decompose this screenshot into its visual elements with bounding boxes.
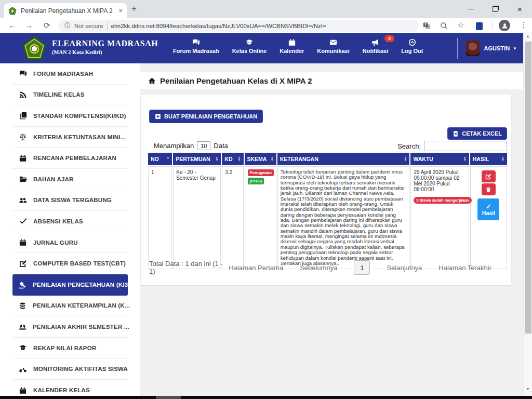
brand-subtitle: (MAN 2 Kota Kediri): [52, 49, 158, 55]
sidebar-item-absensi-kelas[interactable]: ABSENSI KELAS: [12, 211, 128, 232]
sidebar-item-label: TIMELINE KELAS: [33, 91, 85, 98]
calendar-icon: [19, 154, 27, 162]
hasil-button[interactable]: ✓ Hasil: [477, 198, 499, 220]
page-size-input[interactable]: [197, 141, 210, 150]
bottom-edge-segment: [156, 396, 181, 399]
coins-icon: [19, 302, 26, 310]
reload-button[interactable]: ⟳: [44, 21, 50, 30]
calendar-icon: [19, 238, 27, 246]
chat-icon: [19, 70, 27, 77]
sidebar-item-kriteria-ketuntasan[interactable]: KRITERIA KETUNTASAN MINI...: [12, 127, 128, 148]
prev-page-link[interactable]: Sebelumnya: [300, 264, 337, 272]
export-excel-label: CETAK EXCEL: [462, 130, 502, 137]
next-page-link[interactable]: Selanjutnya: [387, 264, 422, 272]
calendar-icon: [288, 38, 296, 46]
sidebar-item-forum-madrasah[interactable]: FORUM MADRASAH: [12, 63, 128, 85]
column-header-skema[interactable]: SKEMA▲▼: [245, 153, 276, 165]
sidebar-item-penilaian-akhir-semester[interactable]: PENILAIAN AKHIR SEMESTER ...: [12, 316, 128, 338]
sidebar-item-penilaian-pengetahuan[interactable]: PENILAIAN PENGETAHUAN (KI3): [12, 274, 128, 296]
sort-icon: ▲▼: [215, 156, 218, 162]
sidebar-item-penilaian-keterampilan[interactable]: PENILAIAN KETERAMPILAN (K...: [12, 296, 128, 317]
tab-close-icon[interactable]: ×: [118, 7, 123, 14]
bottom-edge-bar: [0, 396, 532, 399]
table-header-row: NO▲ PERTEMUAN▲▼ KD▲▼ SKEMA▲▼ KETERANGAN▲…: [148, 153, 507, 165]
close-icon: ×: [517, 5, 522, 14]
nav-komunikasi[interactable]: Komunikasi: [317, 38, 349, 54]
minimize-icon: [468, 9, 474, 9]
sidebar-item-label: KRITERIA KETUNTASAN MINI...: [33, 134, 126, 140]
sidebar-item-label: PENILAIAN KETERAMPILAN (K...: [33, 302, 130, 309]
page-number-button[interactable]: 1: [354, 260, 370, 275]
export-excel-button[interactable]: CETAK EXCEL: [447, 127, 507, 140]
create-assessment-button[interactable]: BUAT PENILAIAN PENGETAHUAN: [149, 110, 263, 123]
page-scrollbar[interactable]: ▲ ▼: [523, 32, 532, 396]
sidebar-item-label: PENILAIAN PENGETAHUAN (KI3): [33, 282, 130, 288]
motorcycle-icon: [19, 365, 27, 373]
browser-tab[interactable]: Penilaian Pengetahuan X MIPA 2 ×: [4, 3, 127, 18]
bookmark-star-icon[interactable]: ☆: [457, 20, 464, 30]
nav-forum-madrasah[interactable]: Forum Madrasah: [173, 38, 219, 54]
scroll-down-icon[interactable]: ▼: [524, 387, 532, 391]
sidebar-item-jurnal-guru[interactable]: JURNAL GURU: [12, 232, 128, 254]
address-bar[interactable]: ⓘ Not secure elm2kk.ddns.net:8094/teache…: [58, 20, 419, 32]
last-page-link[interactable]: Halaman Terakhir: [438, 264, 491, 272]
back-button[interactable]: ←: [8, 21, 16, 30]
forward-button[interactable]: →: [25, 21, 33, 30]
profile-avatar[interactable]: [499, 20, 510, 31]
page-size-suffix: Data: [214, 142, 228, 150]
sidebar-item-rencana-pembelajaran[interactable]: RENCANA PEMBELAJARAN: [12, 148, 128, 169]
sidebar-item-label: ABSENSI KELAS: [33, 218, 83, 224]
cell-waktu: 29 April 2020 Pukul 09:00:00 sampai 02 M…: [410, 166, 469, 269]
sort-icon: ▲▼: [501, 156, 504, 162]
scrollbar-thumb[interactable]: [525, 42, 531, 334]
tab-favicon: [8, 7, 17, 15]
nav-kalender[interactable]: Kalender: [280, 38, 304, 54]
first-page-link[interactable]: Halaman Pertama: [229, 264, 283, 272]
new-tab-button[interactable]: +: [131, 4, 137, 14]
column-header-hasil[interactable]: HASIL▲▼: [470, 153, 507, 165]
madrasah-logo: [22, 36, 47, 61]
sidebar-item-cbt[interactable]: COMPUTER BASED TEST(CBT): [12, 253, 128, 274]
column-header-kd[interactable]: KD▲▼: [222, 153, 243, 165]
page-info-icon[interactable]: ⓘ: [64, 21, 71, 30]
megaphone-icon: [371, 38, 379, 46]
column-header-no[interactable]: NO▲: [148, 153, 172, 165]
excel-icon: [453, 130, 459, 137]
extension-icon[interactable]: [476, 22, 483, 30]
sidebar-item-rekap-nilai-rapor[interactable]: REKAP NILAI RAPOR: [12, 338, 128, 359]
menu-icon[interactable]: ⋮: [520, 20, 527, 30]
nav-label: Kalender: [280, 48, 304, 54]
nav-kelas-online[interactable]: Kelas Online: [232, 38, 267, 54]
nav-notifikasi[interactable]: 0 Notifikasi: [363, 38, 389, 54]
tab-title: Penilaian Pengetahuan X MIPA 2: [21, 7, 114, 15]
user-menu[interactable]: AGUSTIN ▼: [457, 38, 517, 59]
cell-no: 1: [148, 166, 172, 269]
main-content: Penilaian Pengetahuan Kelas di X MIPA 2 …: [140, 63, 523, 396]
sidebar-item-data-siswa[interactable]: DATA SISWA TERGABUNG: [12, 190, 128, 211]
close-button[interactable]: ×: [508, 0, 532, 18]
sidebar-item-kalender-kelas[interactable]: KALENDER KELAS: [12, 380, 128, 396]
brand-title: ELEARNING MADRASAH: [52, 39, 158, 48]
chevron-down-icon: ▼: [513, 46, 517, 51]
column-header-waktu[interactable]: WAKTU▲▼: [410, 153, 469, 165]
column-header-keterangan[interactable]: KETERANGAN▲▼: [277, 153, 410, 165]
app-header: ELEARNING MADRASAH (MAN 2 Kota Kediri) F…: [0, 33, 523, 63]
hasil-label: Hasil: [482, 210, 495, 216]
nav-log-out[interactable]: Log Out: [401, 38, 423, 54]
column-header-pertemuan[interactable]: PERTEMUAN▲▼: [173, 153, 221, 165]
hands-icon: [19, 323, 26, 330]
sidebar-item-monitoring-aktifitas[interactable]: MONITORING AKTIFITAS SISWA: [12, 358, 128, 380]
users-icon: [19, 196, 27, 204]
search-input[interactable]: [424, 141, 507, 151]
sidebar-item-bahan-ajar[interactable]: BAHAN AJAR: [12, 169, 128, 190]
maximize-button[interactable]: [483, 0, 508, 18]
translate-icon[interactable]: [423, 22, 431, 30]
balance-scale-icon: [19, 133, 27, 141]
sidebar-item-timeline-kelas[interactable]: TIMELINE KELAS: [12, 85, 128, 106]
zoom-icon[interactable]: [440, 22, 448, 30]
minimize-button[interactable]: [459, 0, 483, 18]
delete-button[interactable]: [482, 183, 496, 195]
edit-button[interactable]: [482, 170, 496, 182]
scroll-up-icon[interactable]: ▲: [524, 34, 532, 38]
sidebar-item-standar-kompetensi[interactable]: STANDAR KOMPETENSI(KI/KD): [12, 105, 128, 127]
